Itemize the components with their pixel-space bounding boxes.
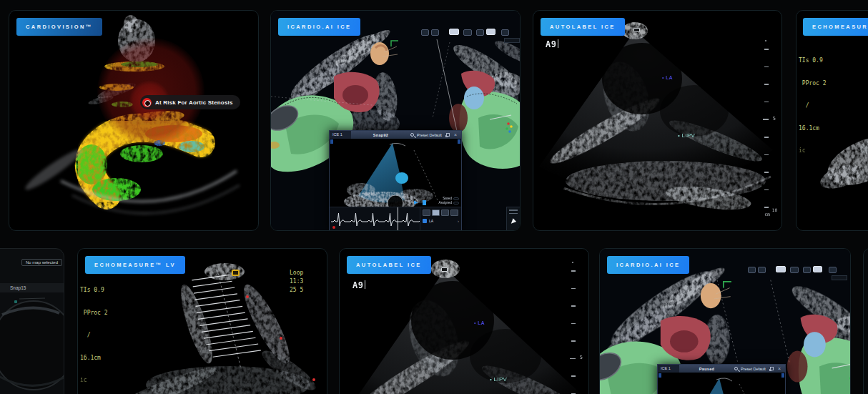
card-autolabel-top[interactable]: A9 • LA • LIPV 5 cm 10 AUTOLABEL ICE bbox=[533, 10, 782, 231]
risk-dot-icon bbox=[142, 98, 152, 107]
depth-ruler: 5 bbox=[567, 270, 580, 394]
autolabel-badge: AUTOLABEL ICE bbox=[347, 256, 431, 274]
probe-marker-icon bbox=[441, 267, 448, 272]
close-icon[interactable]: × bbox=[776, 366, 782, 371]
toolbar-button-active[interactable] bbox=[776, 266, 786, 272]
snap-title-bar[interactable]: Snap15 bbox=[0, 283, 64, 292]
toolbar-button[interactable] bbox=[463, 29, 472, 36]
card-sliver-right[interactable] bbox=[863, 248, 868, 394]
telemetry-readout: TIs 0.9 PProc 2 / 16.1cm ic bbox=[799, 42, 827, 170]
card-icardio-bottom[interactable]: ICE 1 Paused Preset Default × ICA bbox=[599, 248, 851, 394]
popup-ultrasound-view: Saved Assigned ▶ bbox=[330, 139, 461, 207]
toolbar-button[interactable] bbox=[790, 267, 799, 273]
toolbar-button[interactable] bbox=[803, 267, 811, 273]
close-icon[interactable]: × bbox=[453, 132, 458, 137]
toolbar-button[interactable] bbox=[748, 267, 756, 273]
depth-5-label: 5 bbox=[773, 116, 776, 122]
yellow-roi-marker bbox=[232, 270, 240, 276]
popup-ecg-strip: LA › bbox=[330, 207, 461, 231]
copy-icon[interactable] bbox=[770, 367, 774, 370]
popup-title: Snap92 bbox=[351, 133, 410, 137]
ice-snapshot-popup[interactable]: ICE 1 Snap92 Preset Default × bbox=[329, 130, 462, 231]
card-echomeasure-lv[interactable]: TIs 0.9 PProc 2 / 16.1cm ic Loop 11:3 25… bbox=[77, 248, 327, 394]
video-gallery: At Risk For Aortic Stenosis CARDIOVISION… bbox=[0, 0, 868, 394]
card-echomeasure-top[interactable]: TIs 0.9 PProc 2 / 16.1cm ic ECHOMEASURE™ bbox=[796, 10, 868, 231]
depth-5-label: 5 bbox=[580, 355, 583, 360]
toolbar-button[interactable] bbox=[501, 29, 509, 36]
dim-ultrasound bbox=[0, 249, 64, 394]
saved-label: Saved bbox=[443, 197, 452, 200]
depth-ruler: 5 cm 10 bbox=[760, 49, 773, 220]
ice-ultrasound-fan bbox=[533, 11, 782, 231]
red-landmark-dot bbox=[280, 337, 282, 340]
autolabel-badge: AUTOLABEL ICE bbox=[541, 18, 625, 36]
tool-button-active[interactable] bbox=[432, 210, 440, 216]
la-checkbox[interactable] bbox=[423, 219, 427, 223]
popup-side-panel: LA › bbox=[420, 207, 461, 231]
lipv-annotation: • LIPV bbox=[490, 376, 507, 383]
popup-titlebar[interactable]: ICE 1 Paused Preset Default × bbox=[658, 365, 785, 373]
toolbar-button[interactable] bbox=[829, 267, 837, 273]
telemetry-readout: TIs 0.9 PProc 2 / 16.1cm ic bbox=[80, 272, 108, 394]
ice-paused-popup[interactable]: ICE 1 Paused Preset Default × bbox=[657, 364, 786, 394]
la-annotation: • LA bbox=[474, 320, 485, 325]
status-chip bbox=[504, 38, 520, 43]
risk-pill[interactable]: At Risk For Aortic Stenosis bbox=[140, 95, 240, 109]
tool-button[interactable] bbox=[441, 210, 449, 216]
tool-button[interactable] bbox=[450, 210, 458, 216]
la-label: LA bbox=[429, 219, 433, 223]
status-chip bbox=[832, 275, 847, 280]
view-label: A9 bbox=[546, 39, 558, 49]
card-autolabel-bottom[interactable]: A9 • LA • LIPV 5 AUTOLABEL ICE bbox=[339, 248, 589, 394]
lipv-annotation: • LIPV bbox=[678, 132, 695, 139]
toolbar-button-active[interactable] bbox=[813, 266, 822, 272]
marker-dot bbox=[14, 300, 17, 303]
popup-title: Paused bbox=[679, 367, 734, 371]
view-label: A9 bbox=[352, 280, 365, 290]
popup-tab[interactable]: ICE 1 bbox=[330, 131, 351, 139]
chevron-right-icon[interactable]: › bbox=[458, 219, 459, 223]
magnifier-icon bbox=[410, 133, 414, 137]
echomeasure-lv-badge: ECHOMEASURE™ LV bbox=[85, 256, 185, 274]
card-snap-partial[interactable]: No map selected Snap15 bbox=[0, 248, 64, 394]
saved-toggle[interactable] bbox=[453, 197, 459, 200]
bookmark-icon[interactable] bbox=[423, 200, 426, 205]
no-map-chip: No map selected bbox=[21, 259, 62, 266]
loop-info: Loop 11:3 25 5 bbox=[290, 269, 303, 295]
card-cardiovision[interactable]: At Risk For Aortic Stenosis CARDIOVISION… bbox=[9, 10, 259, 231]
toolbar-button-active[interactable] bbox=[486, 29, 495, 35]
corner-mark bbox=[458, 139, 460, 144]
popup-playbar: ▶ bbox=[414, 200, 426, 205]
depth-unit-label: cm bbox=[764, 212, 770, 217]
popup-preset[interactable]: Preset Default bbox=[741, 367, 766, 371]
corner-mark bbox=[330, 139, 333, 144]
probe-marker-icon bbox=[633, 28, 640, 32]
corner-mark bbox=[781, 373, 784, 378]
corner-mark bbox=[659, 373, 661, 378]
card-icardio-top[interactable]: ICE 1 Snap92 Preset Default × bbox=[270, 10, 521, 231]
assigned-label: Assigned bbox=[438, 201, 452, 205]
snap-label: Snap15 bbox=[10, 283, 26, 292]
popup-ultrasound-view bbox=[658, 373, 785, 394]
copy-icon[interactable] bbox=[446, 133, 450, 137]
popup-titlebar[interactable]: ICE 1 Snap92 Preset Default × bbox=[330, 131, 461, 139]
red-landmark-dot bbox=[246, 295, 249, 298]
toolbar-button[interactable] bbox=[431, 29, 439, 36]
echomeasure-badge: ECHOMEASURE™ bbox=[803, 18, 868, 36]
toolbar-button-active[interactable] bbox=[449, 29, 459, 35]
depth-10-label: 10 bbox=[772, 207, 777, 212]
risk-label: At Risk For Aortic Stenosis bbox=[155, 99, 233, 106]
cardiovision-badge: CARDIOVISION™ bbox=[16, 18, 102, 36]
tool-button[interactable] bbox=[423, 210, 430, 216]
toolbar-button[interactable] bbox=[758, 267, 766, 273]
toolbar-button[interactable] bbox=[421, 29, 429, 36]
toolbar-button[interactable] bbox=[476, 29, 484, 36]
play-icon[interactable]: ▶ bbox=[414, 200, 418, 205]
red-landmark-dot bbox=[312, 378, 315, 381]
ecg-trace bbox=[330, 207, 420, 231]
assigned-toggle[interactable] bbox=[453, 202, 459, 205]
popup-tab[interactable]: ICE 1 bbox=[658, 365, 679, 373]
icardio-badge: ICARDIO.AI ICE bbox=[607, 256, 689, 274]
icardio-badge: ICARDIO.AI ICE bbox=[278, 18, 360, 36]
popup-preset[interactable]: Preset Default bbox=[417, 133, 442, 137]
